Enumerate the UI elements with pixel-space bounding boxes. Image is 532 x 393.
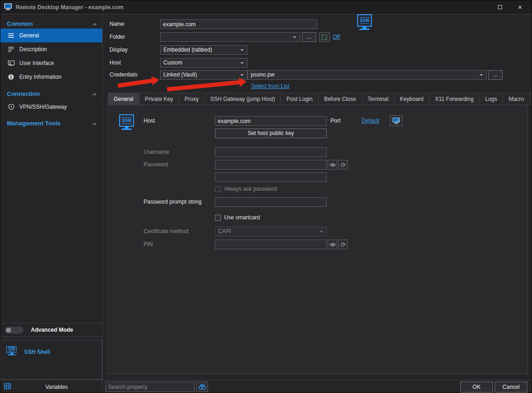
tab-private-key[interactable]: Private Key [139,93,179,105]
sidebar-section-management-tools[interactable]: Management Tools [0,117,102,129]
credentials-entry-combobox[interactable]: psono.pw [248,70,487,80]
search-property-input[interactable] [105,381,195,392]
ok-button[interactable]: OK [460,381,493,393]
description-icon [7,47,15,52]
reveal-password-icon[interactable] [328,160,337,170]
tab-post-login[interactable]: Post Login [281,93,318,105]
tab-terminal[interactable]: Terminal [362,93,394,105]
ssh-shell-label: SSH Shell [24,349,50,355]
sidebar: Common General Description User Interfac… [0,14,103,393]
sidebar-item-vpn-ssh-gateway[interactable]: VPN/SSH/Gateway [0,100,102,114]
sidebar-item-general[interactable]: General [0,29,102,42]
use-smartcard-label: Use smartcard [224,214,260,221]
reveal-pin-icon[interactable] [328,240,337,249]
port-default-link[interactable]: Default [362,117,379,124]
variables-grid-icon [4,383,11,391]
chevron-down-icon [93,120,97,127]
password-prompt-label: Password prompt string [144,197,202,207]
generate-pin-icon[interactable]: ⟳ [338,240,348,249]
chevron-up-icon [93,20,97,27]
password-label: Password [144,160,168,170]
shield-icon [7,104,15,110]
maximize-button[interactable] [496,3,504,12]
main-panel: Name Folder ... Off Display Embedded (ta… [103,14,532,393]
credentials-label: Credentials [110,70,138,80]
chevron-up-icon [93,90,97,97]
close-button[interactable]: ✕ [516,3,524,12]
credentials-type-combobox[interactable]: Linked (Vault) [160,70,248,80]
host-monitor-icon-button[interactable] [390,115,403,126]
sidebar-item-description[interactable]: Description [0,42,102,56]
port-label: Port [330,116,341,126]
advanced-mode-row: Advanced Mode [0,323,102,337]
sidebar-item-label: User Interface [19,60,54,66]
certificate-method-label: Certificate method [144,227,188,236]
tab-x11-forwarding[interactable]: X11 Forwarding [429,93,480,105]
use-smartcard-checkbox[interactable] [215,215,221,221]
search-binoculars-icon[interactable] [196,381,208,392]
sidebar-item-label: Entry Information [19,74,61,80]
folder-label: Folder [110,32,125,42]
info-icon [7,74,15,80]
folder-browse-button[interactable]: ... [302,32,316,42]
ssh-monitor-icon: SSH [357,14,372,30]
cancel-button[interactable]: Cancel [495,381,527,393]
set-host-public-key-button[interactable]: Set host public key [215,129,327,138]
tab-ssh-gateway[interactable]: SSH Gateway (jump Host) [205,93,281,105]
always-ask-password-row: Always ask password [215,186,277,192]
host-type-combobox[interactable]: Custom [160,58,248,68]
titlebar: Remote Desktop Manager - example.com ✕ [0,0,532,14]
credentials-browse-button[interactable]: ... [488,70,503,80]
ssh-host-input[interactable] [215,116,327,126]
tab-keyboard[interactable]: Keyboard [394,93,429,105]
use-smartcard-row: Use smartcard [215,214,260,221]
host-type-value: Custom [163,59,182,66]
password-confirm-input[interactable] [215,172,327,182]
name-input[interactable] [160,19,317,29]
ssh-monitor-icon: SSH [119,114,134,130]
window-title: Remote Desktop Manager - example.com [16,4,496,11]
display-value: Embedded (tabbed) [163,47,212,53]
tab-advanced[interactable]: Advanced [530,93,532,105]
variables-bar[interactable]: Variables [0,380,102,393]
always-ask-password-checkbox [215,186,221,192]
sidebar-item-user-interface[interactable]: User Interface [0,56,102,70]
pin-input[interactable] [215,240,327,249]
password-prompt-input[interactable] [215,197,327,207]
general-tab-panel: SSH Host Port Default Set host public ke… [108,105,528,374]
certificate-method-value: CAPI [218,228,231,235]
tab-macro[interactable]: Macro [503,93,530,105]
tab-proxy[interactable]: Proxy [179,93,205,105]
section-label: Management Tools [7,120,61,127]
username-input[interactable] [215,147,327,157]
ssh-shell-panel: SSH SSH Shell [0,340,102,380]
advanced-mode-toggle[interactable] [5,327,23,334]
ssh-monitor-icon: SSH [6,346,17,355]
menu-icon [7,33,15,38]
sidebar-section-common[interactable]: Common [0,17,102,30]
tab-before-close[interactable]: Before Close [318,93,362,105]
tab-general[interactable]: General [108,93,139,105]
tab-bar: General Private Key Proxy SSH Gateway (j… [108,93,528,105]
advanced-mode-label: Advanced Mode [31,327,73,333]
embedded-window-icon[interactable] [319,32,330,42]
host-type-label: Host [110,58,121,68]
pin-label: PIN [144,240,153,249]
sidebar-section-connection[interactable]: Connection [0,87,102,100]
section-label: Common [7,20,33,27]
maximize-icon [498,5,502,9]
sidebar-item-label: Description [19,46,47,53]
tab-logs[interactable]: Logs [480,93,503,105]
section-label: Connection [7,90,40,97]
off-link[interactable]: Off [333,34,340,40]
credentials-entry-value: psono.pw [251,71,274,78]
toggle-knob [6,328,11,333]
sidebar-item-entry-information[interactable]: Entry Information [0,70,102,84]
folder-combobox[interactable] [160,32,300,42]
variables-button-label: Variables [11,384,102,390]
sidebar-item-label: General [19,32,39,39]
select-from-list-link[interactable]: Select from List [251,83,289,89]
generate-password-icon[interactable]: ⟳ [338,160,348,170]
display-combobox[interactable]: Embedded (tabbed) [160,45,248,55]
password-input[interactable] [215,160,327,170]
